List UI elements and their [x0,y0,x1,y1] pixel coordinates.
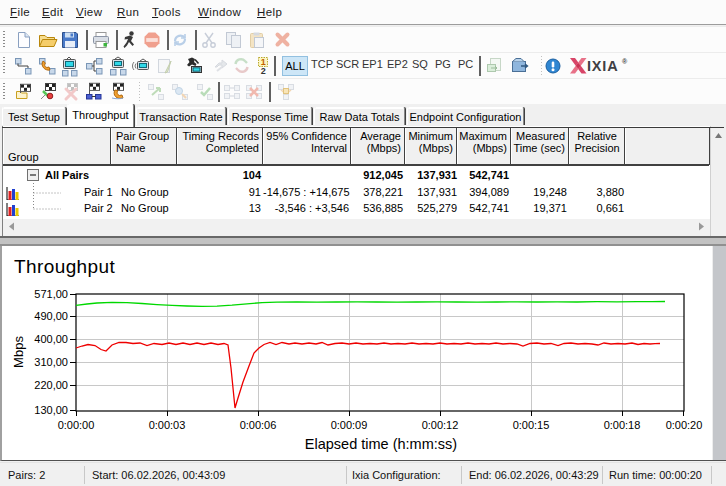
svg-text:310,00: 310,00 [34,356,68,368]
svg-text:220,00: 220,00 [34,379,68,391]
svg-text:130,00: 130,00 [34,404,68,416]
svg-text:0:00:09: 0:00:09 [331,419,368,431]
svg-text:0:00:15: 0:00:15 [513,419,550,431]
svg-text:400,00: 400,00 [34,333,68,345]
svg-text:0:00:00: 0:00:00 [58,419,95,431]
svg-text:571,00: 571,00 [34,288,68,300]
svg-text:Mbps: Mbps [11,336,26,368]
svg-text:0:00:12: 0:00:12 [422,419,459,431]
svg-text:0:00:06: 0:00:06 [240,419,277,431]
svg-text:2: 2 [261,66,266,76]
svg-text:IXIA: IXIA [587,58,618,74]
svg-text:0:00:20: 0:00:20 [666,419,703,431]
svg-text:490,00: 490,00 [34,310,68,322]
svg-text:0:00:03: 0:00:03 [149,419,186,431]
svg-text:®: ® [622,58,628,65]
svg-text:Elapsed time (h:mm:ss): Elapsed time (h:mm:ss) [305,436,457,452]
svg-text:0:00:18: 0:00:18 [604,419,641,431]
